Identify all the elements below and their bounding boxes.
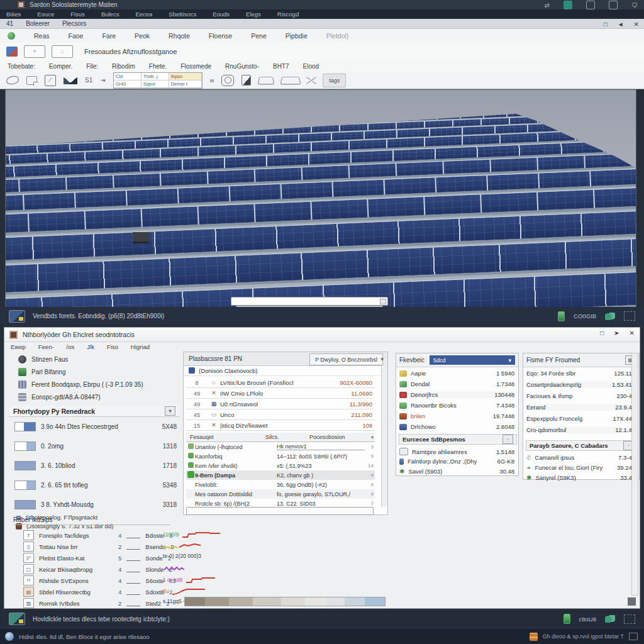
toolbar3-item[interactable]: File: bbox=[86, 63, 98, 70]
toolbar3-item[interactable]: Flossmede bbox=[180, 63, 211, 70]
terrain-wide-tool-icon[interactable] bbox=[280, 77, 301, 84]
toolbar3-item[interactable]: Fhete. bbox=[149, 63, 167, 70]
ribbon-item[interactable]: Floense bbox=[209, 32, 232, 40]
layer-row[interactable]: ▢ Keicar Bkisaqtbropg 4 Slonde 2 bbox=[23, 564, 180, 574]
result-row[interactable]: ✱ Sanyrel (S9K3)33.46 bbox=[526, 474, 637, 481]
result-row[interactable]: Drlchowo2.8048 bbox=[399, 423, 516, 430]
result-row[interactable]: Ranoertbr Bicoks7.4348 bbox=[399, 402, 516, 409]
variant-row[interactable]: 3 8. Yxhdt-Mousdg 3318 bbox=[14, 500, 177, 509]
subtable-row[interactable]: Fiveloblt: 36, 6gg OndB) (-#2) 4 bbox=[186, 480, 375, 489]
result-row[interactable]: Eerand23.9.48 bbox=[526, 404, 637, 411]
layer-row[interactable]: ▤ Sbtlel Rliserotectbg 4 Sdoxt8 2 bbox=[23, 587, 180, 597]
tags-button[interactable]: tags bbox=[323, 74, 346, 87]
section-dropdown-button[interactable]: ▾ bbox=[165, 406, 175, 416]
table-row[interactable]: 49 ▦ U0 nGnsaveol 11,3/990 bbox=[186, 399, 375, 409]
ribbon-item[interactable]: Fare bbox=[102, 32, 116, 40]
table-row[interactable]: 45 ▭ Unco 211,090 bbox=[186, 409, 375, 420]
middle-dropdown-icon[interactable]: ▾ bbox=[380, 356, 384, 362]
toolbar3-item[interactable]: Elood bbox=[303, 63, 319, 70]
measure-tool-button[interactable]: ⌗ bbox=[24, 45, 45, 58]
rect-select-icon[interactable] bbox=[26, 76, 37, 85]
project-item[interactable]: Stinzen Faus bbox=[18, 355, 68, 364]
w2-close-button[interactable]: ✕ bbox=[630, 330, 635, 336]
result-row[interactable]: Cosertprdaackmpzlg1.53.418 bbox=[526, 381, 637, 388]
viewport-scrollbar[interactable] bbox=[231, 297, 388, 306]
w2-menu-item[interactable]: Ewep bbox=[11, 343, 26, 350]
table-row[interactable]: 49 ✕ IIW Cmio LPlolo 11,0690 bbox=[186, 388, 375, 399]
layer-row[interactable]: ▥ Romsk IVIbdes 2 Sted2 2 bbox=[23, 598, 180, 608]
w2-maximize-button[interactable]: □ bbox=[600, 330, 604, 336]
middle-vscrollbar[interactable] bbox=[381, 365, 387, 507]
menu-item[interactable]: Eouds bbox=[213, 11, 230, 18]
mini-grid-widget[interactable]: Cid Thdir..) Ibpsn Gr40 Sqsot Demsr t bbox=[113, 72, 203, 89]
toolbar3-item[interactable]: RnuGunsto- bbox=[225, 63, 259, 70]
w2-menu-item[interactable]: /os bbox=[67, 343, 75, 350]
table-row[interactable]: 15 ✕ |sticq Dizv/lieawet 109 bbox=[186, 420, 375, 431]
tab-plecsors[interactable]: Plecsors bbox=[62, 20, 86, 27]
w2-restore-button[interactable]: ➤ bbox=[614, 330, 619, 336]
result-row[interactable]: Denorjfrcs130448 bbox=[399, 391, 516, 398]
taskbar-logo-icon[interactable] bbox=[5, 632, 14, 641]
right1-dropdown[interactable]: 5dcd▾ bbox=[430, 355, 515, 365]
project-item[interactable]: Eonspc-gdt/A8.A-0844?) bbox=[18, 393, 101, 401]
result-row[interactable]: ✆ Camarell ipsus7.3-48 bbox=[526, 454, 637, 461]
w2-menu-item[interactable]: Fiso bbox=[107, 343, 118, 350]
window2-vscrollbar[interactable] bbox=[631, 353, 638, 596]
variant-row[interactable]: 2. 6. 65 tlrt tofleg 5348 bbox=[14, 480, 177, 490]
variant-row[interactable]: 3. 6. 10bliod 1718 bbox=[14, 461, 177, 470]
ribbon-item[interactable]: Peok bbox=[135, 32, 150, 40]
ribbon-item[interactable]: Faoe bbox=[69, 32, 84, 40]
result-row[interactable]: Aapie1 5940 bbox=[399, 370, 516, 377]
selection-box-icon[interactable] bbox=[624, 311, 635, 321]
result-row[interactable]: Eqo: 34 Forée slbr125.118 bbox=[526, 370, 637, 377]
lasso-select-icon[interactable] bbox=[6, 75, 19, 86]
toolbar3-item[interactable]: Tobebate: bbox=[8, 63, 35, 70]
close-button[interactable]: ✕ bbox=[634, 21, 639, 28]
subtable-row[interactable]: Kaonforbiq 14--112: 8o0S S8#6I (.6PI7) 9 bbox=[186, 452, 375, 461]
layout-tool-button[interactable]: ∴ bbox=[52, 45, 73, 58]
subtable-menu-icon[interactable]: ▾ bbox=[371, 435, 375, 440]
result-row[interactable]: Cro-qdomorbul12.1.48 bbox=[526, 426, 637, 433]
corner-snap2-icon[interactable] bbox=[69, 77, 77, 84]
toolbar3-item[interactable]: Eomper. bbox=[49, 63, 72, 70]
menu-item[interactable]: Eouce bbox=[37, 11, 54, 18]
layer-row[interactable]: ▯ Tottau Nise brr 2 Bsendo 5 bbox=[23, 541, 180, 552]
project-item[interactable]: Ferent Boodqaxp, Ebrpu ( (-3 P.1.09 35) bbox=[18, 380, 143, 389]
project-item[interactable]: Parl Bifanng bbox=[18, 368, 65, 376]
section-button[interactable]: ▫ bbox=[502, 435, 513, 444]
result-row[interactable]: Dendal1.7348 bbox=[399, 380, 516, 387]
subtable-row[interactable]: Mes oataxon Dottisldid fo, goesie garayl… bbox=[186, 489, 375, 499]
page-tool-icon[interactable] bbox=[242, 75, 251, 86]
grid-icon[interactable] bbox=[586, 1, 595, 9]
ribbon-item[interactable]: Reas bbox=[34, 32, 50, 40]
layer-row[interactable]: ◸ Pletist Elasto-Kat 5 Sonde 2 bbox=[23, 553, 180, 563]
toolbar3-item[interactable]: BHT7 bbox=[273, 63, 289, 70]
result-row[interactable]: bnlen19.7448 bbox=[399, 413, 516, 419]
package-icon[interactable] bbox=[564, 1, 572, 9]
ribbon-item[interactable]: Rhqote bbox=[169, 32, 190, 40]
layer-row[interactable]: T Foresplo Tacfidegs 4 Bdoste 3 bbox=[23, 530, 180, 540]
menu-item[interactable]: Elegs bbox=[246, 11, 261, 18]
menu-item[interactable]: Fisus bbox=[70, 11, 85, 18]
layer-row[interactable]: ¹⁹ Rlshide SVExpons 4 S6oste 03 bbox=[23, 575, 180, 586]
snap-arrow-icon[interactable]: ⇥ bbox=[100, 77, 105, 84]
menu-item[interactable]: Sbettisocs bbox=[169, 11, 196, 18]
scale-tool-icon[interactable]: ⟋ bbox=[45, 75, 56, 86]
ribbon-item[interactable]: Pene bbox=[251, 32, 267, 40]
lens-tool-icon[interactable] bbox=[221, 75, 234, 86]
toolbar3-item[interactable]: Ribodim bbox=[112, 63, 135, 70]
result-row[interactable]: ✱ Savel (5903)30.48 bbox=[399, 468, 516, 475]
display-mode-button[interactable]: P Dwyloy, O Bnczroorbsl bbox=[309, 353, 383, 365]
scissors-tool-icon[interactable]: ⤫ bbox=[306, 75, 317, 86]
chat-icon[interactable]: 🗨 bbox=[631, 2, 638, 9]
w2-menu-item[interactable]: Jlk bbox=[87, 343, 94, 350]
middle-tab-label[interactable]: Plasbacssre 81 PN bbox=[184, 355, 242, 362]
viewport-3d[interactable] bbox=[5, 89, 636, 308]
menu-item[interactable]: Bulecs bbox=[101, 11, 119, 18]
scrollbar-end-icon[interactable] bbox=[380, 299, 386, 304]
resize-grip[interactable] bbox=[628, 597, 636, 606]
subtable-row[interactable]: Unanlov (-lhqtoced Hk nenvov1 3 bbox=[186, 442, 375, 452]
terrain-tool-icon[interactable] bbox=[258, 77, 275, 84]
tab-boleerer[interactable]: Boleerer bbox=[26, 20, 50, 27]
tray-window-icon[interactable] bbox=[629, 633, 638, 640]
